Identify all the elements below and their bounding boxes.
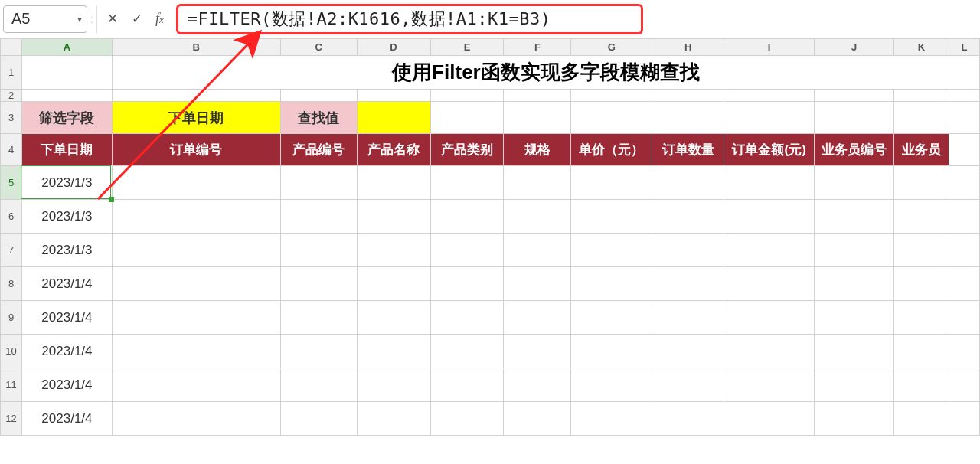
data-cell-row12[interactable] [357,402,430,436]
data-cell-row5[interactable] [504,166,571,200]
data-cell-row12[interactable] [280,402,357,436]
data-cell-row7[interactable] [894,234,949,267]
row-header-12[interactable]: 12 [1,402,22,436]
data-cell-row8[interactable] [949,267,979,301]
data-cell-row5[interactable] [430,166,504,200]
data-cell-row6[interactable] [949,200,979,234]
data-cell-row8[interactable] [430,267,504,301]
row-header-1[interactable]: 1 [1,56,22,90]
data-cell-row9[interactable] [571,301,652,335]
data-cell-row12[interactable] [652,402,724,436]
data-cell-row9[interactable] [357,301,430,335]
lookup-value[interactable] [357,102,430,134]
data-cell-row5[interactable] [949,166,979,200]
data-cell-row9[interactable] [112,301,280,335]
data-cell-row7[interactable] [112,234,280,267]
col-header-D[interactable]: D [357,39,430,56]
data-cell-row5[interactable] [652,166,724,200]
data-cell-row10[interactable] [894,335,949,368]
col-header-E[interactable]: E [430,39,504,56]
corner-cell[interactable] [1,39,22,56]
data-cell-row7[interactable] [724,234,815,267]
data-cell-row9[interactable] [894,301,949,335]
data-cell-row11[interactable] [894,368,949,402]
data-cell-row6[interactable] [280,200,357,234]
data-cell-row9[interactable] [652,301,724,335]
data-cell-row8[interactable] [112,267,280,301]
cell-row2[interactable] [652,90,724,102]
data-cell-row5[interactable] [724,166,815,200]
data-cell-row12[interactable] [815,402,894,436]
cell-row2[interactable] [571,90,652,102]
data-cell-A12[interactable]: 2023/1/4 [21,402,112,436]
data-cell-A6[interactable]: 2023/1/3 [21,200,112,234]
col-header-G[interactable]: G [571,39,652,56]
data-cell-row5[interactable] [894,166,949,200]
data-cell-row8[interactable] [571,267,652,301]
data-cell-A7[interactable]: 2023/1/3 [21,234,112,267]
data-cell-row10[interactable] [815,335,894,368]
col-header-H[interactable]: H [652,39,724,56]
cell-row2[interactable] [724,90,815,102]
data-cell-row8[interactable] [652,267,724,301]
row-header-5[interactable]: 5 [1,166,22,200]
col-header-L[interactable]: L [949,39,979,56]
data-cell-row9[interactable] [949,301,979,335]
data-cell-row6[interactable] [652,200,724,234]
data-cell-row11[interactable] [112,368,280,402]
data-cell-row6[interactable] [357,200,430,234]
data-cell-row12[interactable] [430,402,504,436]
col-header-B[interactable]: B [112,39,280,56]
data-cell-row11[interactable] [949,368,979,402]
formula-input[interactable]: =FILTER(数据!A2:K1616,数据!A1:K1=B3) [176,4,643,34]
data-cell-row7[interactable] [504,234,571,267]
data-cell-row10[interactable] [504,335,571,368]
data-cell-row8[interactable] [815,267,894,301]
cell-row3[interactable] [894,102,949,134]
col-header-C[interactable]: C [280,39,357,56]
col-header-A[interactable]: A [21,39,112,56]
data-cell-row9[interactable] [815,301,894,335]
data-cell-row9[interactable] [724,301,815,335]
cell-row2[interactable] [21,90,112,102]
cell-row2[interactable] [357,90,430,102]
data-cell-row11[interactable] [430,368,504,402]
data-cell-row11[interactable] [652,368,724,402]
data-cell-row12[interactable] [504,402,571,436]
data-cell-row10[interactable] [357,335,430,368]
data-cell-row6[interactable] [894,200,949,234]
cell-row3[interactable] [815,102,894,134]
data-cell-row11[interactable] [357,368,430,402]
cell-L4[interactable] [949,134,979,166]
data-cell-row5[interactable] [571,166,652,200]
data-cell-row12[interactable] [571,402,652,436]
data-cell-row9[interactable] [280,301,357,335]
data-cell-A8[interactable]: 2023/1/4 [21,267,112,301]
row-header-10[interactable]: 10 [1,335,22,368]
data-cell-row8[interactable] [724,267,815,301]
data-cell-row9[interactable] [504,301,571,335]
data-cell-row7[interactable] [949,234,979,267]
row-header-7[interactable]: 7 [1,234,22,267]
data-cell-row10[interactable] [112,335,280,368]
row-header-11[interactable]: 11 [1,368,22,402]
data-cell-row12[interactable] [894,402,949,436]
data-cell-row11[interactable] [280,368,357,402]
data-cell-row6[interactable] [571,200,652,234]
col-header-I[interactable]: I [724,39,815,56]
name-box[interactable]: A5 ▾ [3,5,87,33]
row-header-3[interactable]: 3 [1,102,22,134]
data-cell-row7[interactable] [430,234,504,267]
chevron-down-icon[interactable]: ▾ [77,14,82,25]
data-cell-row12[interactable] [112,402,280,436]
data-cell-row11[interactable] [724,368,815,402]
cell-row3[interactable] [504,102,571,134]
cell-row2[interactable] [430,90,504,102]
data-cell-row9[interactable] [430,301,504,335]
data-cell-row11[interactable] [504,368,571,402]
data-cell-row8[interactable] [894,267,949,301]
cell-row2[interactable] [112,90,280,102]
row-header-9[interactable]: 9 [1,301,22,335]
data-cell-row11[interactable] [815,368,894,402]
data-cell-row7[interactable] [652,234,724,267]
